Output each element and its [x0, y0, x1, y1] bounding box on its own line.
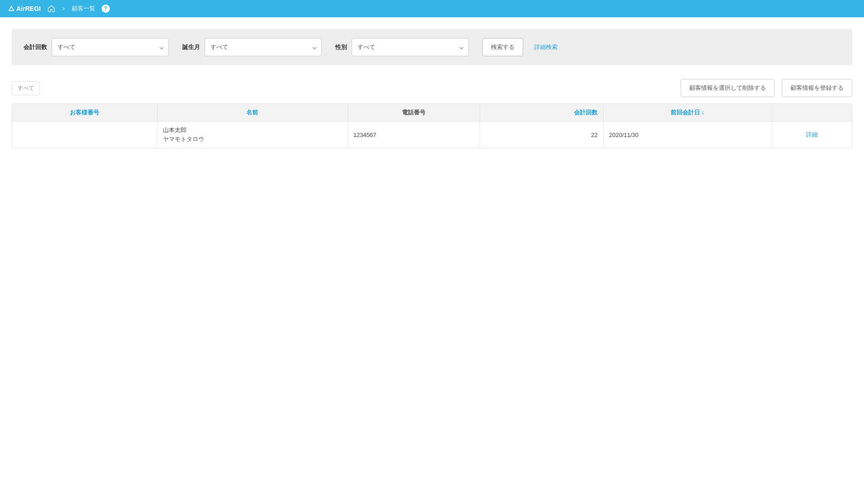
filter-birth-value: すべて — [211, 43, 228, 51]
logo-icon — [8, 5, 15, 12]
cell-count: 22 — [480, 122, 604, 148]
col-last-date-label: 前回会計日 — [671, 109, 700, 116]
toolbar: すべて 顧客情報を選択して削除する 顧客情報を登録する — [12, 79, 852, 97]
filter-tab-all[interactable]: すべて — [12, 81, 40, 95]
filter-count-select[interactable]: すべて — [52, 38, 169, 56]
register-customer-button[interactable]: 顧客情報を登録する — [782, 79, 852, 97]
cell-phone: 1234567 — [348, 122, 480, 148]
sort-descending-icon: ↓ — [701, 108, 704, 116]
home-icon[interactable] — [47, 5, 55, 13]
app-header: AirREGI 顧客一覧 ? — [0, 0, 864, 17]
chevron-down-icon — [159, 45, 164, 49]
col-count[interactable]: 会計回数 — [480, 104, 604, 122]
cell-name: 山本太郎 ヤマモトタロウ — [157, 122, 348, 148]
cell-last-date: 2020/11/30 — [604, 122, 772, 148]
filter-birth-select[interactable]: すべて — [205, 38, 322, 56]
col-name[interactable]: 名前 — [157, 104, 348, 122]
cell-action: 詳細 — [772, 122, 852, 148]
customer-name: 山本太郎 — [163, 126, 342, 134]
col-customer-number[interactable]: お客様番号 — [12, 104, 157, 122]
customer-table: お客様番号 名前 電話番号 会計回数 前回会計日↓ 山本太郎 ヤマモトタロウ 1… — [12, 103, 852, 148]
customer-name-kana: ヤマモトタロウ — [163, 135, 342, 143]
col-last-date[interactable]: 前回会計日↓ — [604, 104, 772, 122]
filter-gender-select[interactable]: すべて — [352, 38, 469, 56]
logo-text: AirREGI — [16, 5, 41, 12]
filter-birth-label: 誕生月 — [182, 43, 200, 51]
detail-link[interactable]: 詳細 — [806, 131, 818, 138]
filter-gender-label: 性別 — [335, 43, 347, 51]
help-icon[interactable]: ? — [102, 5, 110, 13]
table-row: 山本太郎 ヤマモトタロウ 1234567 22 2020/11/30 詳細 — [12, 122, 852, 148]
advanced-search-link[interactable]: 詳細検索 — [534, 43, 558, 51]
col-action — [772, 104, 852, 122]
chevron-down-icon — [312, 45, 317, 49]
toolbar-right: 顧客情報を選択して削除する 顧客情報を登録する — [681, 79, 852, 97]
search-button[interactable]: 検索する — [482, 38, 523, 56]
cell-customer-number — [12, 122, 157, 148]
col-phone: 電話番号 — [348, 104, 480, 122]
chevron-down-icon — [459, 45, 464, 49]
delete-customers-button[interactable]: 顧客情報を選択して削除する — [681, 79, 775, 97]
logo[interactable]: AirREGI — [8, 5, 41, 12]
filter-count-label: 会計回数 — [24, 43, 47, 51]
table-header-row: お客様番号 名前 電話番号 会計回数 前回会計日↓ — [12, 104, 852, 122]
filter-count-value: すべて — [58, 43, 75, 51]
filter-bar: 会計回数 すべて 誕生月 すべて 性別 すべて 検索する 詳細検索 — [12, 29, 852, 65]
breadcrumb-current: 顧客一覧 — [72, 5, 95, 13]
filter-gender-value: すべて — [358, 43, 375, 51]
breadcrumb-separator-icon — [62, 6, 65, 11]
